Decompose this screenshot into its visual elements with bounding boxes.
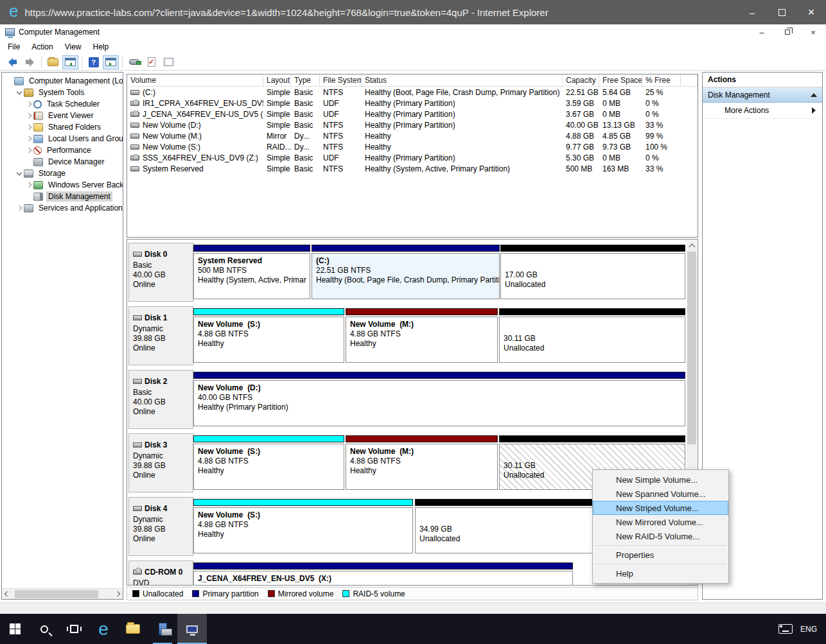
- partition-new-volume-s[interactable]: New Volume (S:)4.88 GB NTFSHealthy: [193, 308, 344, 363]
- touch-keyboard-icon[interactable]: [778, 624, 793, 634]
- tree-item-shared-folders[interactable]: Shared Folders: [2, 121, 123, 133]
- taskbar-file-explorer-button[interactable]: [118, 614, 148, 644]
- column-header-free-space[interactable]: Free Space: [599, 74, 642, 86]
- back-button[interactable]: [4, 55, 21, 69]
- chevron-right-icon[interactable]: [24, 180, 33, 189]
- show-action-pane-button[interactable]: [103, 55, 119, 69]
- properties-list-button[interactable]: [161, 55, 177, 69]
- column-header-free[interactable]: % Free: [642, 74, 681, 86]
- show-console-tree-button[interactable]: [62, 55, 78, 69]
- disk-label-disk-1[interactable]: Disk 1Dynamic39.88 GBOnline: [128, 306, 193, 365]
- help-button[interactable]: ?: [85, 55, 101, 69]
- column-header-type[interactable]: Type: [291, 74, 320, 86]
- tree-item-windows-server-backup[interactable]: Windows Server Backup: [2, 179, 123, 191]
- tree-item-event-viewer[interactable]: Event Viewer: [2, 110, 123, 121]
- language-indicator[interactable]: ENG: [800, 625, 817, 634]
- menu-action[interactable]: Action: [26, 41, 58, 53]
- column-header-volume[interactable]: Volume: [127, 74, 263, 86]
- app-restore-button[interactable]: [775, 24, 800, 40]
- partition-body: New Volume (S:)4.88 GB NTFSHealthy: [193, 444, 344, 490]
- context-menu-item-new-striped-volume[interactable]: New Striped Volume...: [593, 501, 728, 515]
- volume-row-system-reserved[interactable]: System ReservedSimpleBasicNTFSHealthy (S…: [127, 163, 698, 174]
- chevron-right-icon[interactable]: [24, 111, 33, 120]
- tree-item-task-scheduler[interactable]: Task Scheduler: [2, 98, 123, 110]
- tree-horizontal-scrollbar[interactable]: [2, 588, 123, 599]
- column-header-capacity[interactable]: Capacity: [563, 74, 599, 86]
- task-view-button[interactable]: [59, 614, 89, 644]
- tree-item-performance[interactable]: Performance: [2, 144, 123, 156]
- volume-row-sss-x64frev-en-us-dv9-z[interactable]: SSS_X64FREV_EN-US_DV9 (Z:)SimpleBasicUDF…: [127, 152, 698, 163]
- volume-row-j-cena-x64frev-en-us-dv5-x[interactable]: J_CENA_X64FREV_EN-US_DV5 (X:)SimpleBasic…: [127, 109, 698, 119]
- tree-item-disk-management[interactable]: Disk Management: [2, 191, 123, 202]
- tree-item-services-and-applications[interactable]: Services and Applications: [2, 202, 123, 214]
- partition-new-volume-s[interactable]: New Volume (S:)4.88 GB NTFSHealthy: [193, 435, 344, 490]
- taskbar-search-button[interactable]: [30, 614, 59, 644]
- partition-system-reserved[interactable]: System Reserved500 MB NTFSHealthy (Syste…: [193, 245, 310, 299]
- check-disk-button[interactable]: ✓: [143, 55, 159, 69]
- scrollbar-thumb[interactable]: [15, 590, 98, 598]
- partition-new-volume-m[interactable]: New Volume (M:)4.88 GB NTFSHealthy: [346, 308, 498, 363]
- scroll-right-arrow-icon[interactable]: [112, 589, 123, 599]
- scrollbar-thumb[interactable]: [687, 252, 696, 444]
- volume-row-new-volume-s[interactable]: New Volume (S:)RAID...Dy...NTFSHealthy9.…: [127, 141, 698, 152]
- tree-item-storage[interactable]: Storage: [2, 168, 123, 179]
- column-header-layout[interactable]: Layout: [263, 74, 291, 86]
- chevron-right-icon[interactable]: [24, 100, 33, 109]
- column-header-status[interactable]: Status: [362, 74, 563, 86]
- taskbar-server-manager-button[interactable]: [148, 614, 177, 644]
- app-close-button[interactable]: ×: [800, 24, 826, 40]
- context-menu-item-new-raid-5-volume[interactable]: New RAID-5 Volume...: [593, 529, 728, 543]
- partition-new-volume-s[interactable]: New Volume (S:)4.88 GB NTFSHealthy: [193, 499, 413, 553]
- context-menu-item-new-mirrored-volume[interactable]: New Mirrored Volume...: [593, 515, 728, 529]
- partition-j-cena-x64frev-en-us-dv5-x[interactable]: J_CENA_X64FREV_EN-US_DV5 (X:): [193, 562, 573, 586]
- context-menu-item-new-spanned-volume[interactable]: New Spanned Volume...: [593, 487, 728, 501]
- tree-item-system-tools[interactable]: System Tools: [2, 87, 123, 98]
- browser-minimize-button[interactable]: –: [737, 0, 767, 24]
- taskbar-internet-explorer-button[interactable]: e: [89, 614, 118, 644]
- partition-unallocated[interactable]: 17.00 GBUnallocated: [500, 245, 685, 299]
- start-button[interactable]: [0, 614, 30, 644]
- menu-view[interactable]: View: [59, 41, 87, 53]
- forward-button[interactable]: [22, 55, 38, 69]
- menu-help[interactable]: Help: [87, 41, 115, 53]
- disk-label-disk-4[interactable]: Disk 4Dynamic39.88 GBOnline: [128, 497, 193, 556]
- tree-item-local-users-and-groups[interactable]: Local Users and Groups: [2, 133, 123, 144]
- browser-maximize-button[interactable]: [767, 0, 796, 24]
- disk-label-disk-3[interactable]: Disk 3Dynamic39.88 GBOnline: [128, 433, 193, 492]
- chevron-right-icon[interactable]: [24, 146, 33, 155]
- disk-size: 39.88 GB: [133, 461, 193, 471]
- tree-item-device-manager[interactable]: Device Manager: [2, 156, 123, 168]
- partition-unallocated[interactable]: 30.11 GBUnallocated: [499, 308, 685, 363]
- browser-close-button[interactable]: ×: [796, 0, 826, 24]
- disk-label-disk-0[interactable]: Disk 0Basic40.00 GBOnline: [128, 243, 193, 302]
- partition-c[interactable]: (C:)22.51 GB NTFSHealthy (Boot, Page Fil…: [312, 245, 500, 299]
- status-cell: Healthy (Primary Partition): [362, 152, 563, 163]
- chevron-right-icon[interactable]: [24, 134, 33, 143]
- refresh-disk-button[interactable]: [126, 55, 142, 69]
- chevron-right-icon[interactable]: [14, 204, 24, 213]
- volume-row-new-volume-m[interactable]: New Volume (M:)MirrorDy...NTFSHealthy4.8…: [127, 130, 698, 141]
- chevron-down-icon[interactable]: [14, 169, 24, 178]
- volume-row-c[interactable]: (C:)SimpleBasicNTFSHealthy (Boot, Page F…: [127, 87, 698, 98]
- disk-label-disk-2[interactable]: Disk 2Basic40.00 GBOnline: [128, 370, 193, 429]
- actions-group-disk-management[interactable]: Disk Management: [703, 88, 822, 103]
- app-minimize-button[interactable]: –: [749, 24, 775, 40]
- tree-item-computer-management-local[interactable]: Computer Management (Local: [2, 75, 123, 87]
- context-menu-item-help[interactable]: Help: [593, 566, 728, 580]
- partition-new-volume-m[interactable]: New Volume (M:)4.88 GB NTFSHealthy: [346, 435, 498, 490]
- column-header-file-system[interactable]: File System: [320, 74, 362, 86]
- partition-new-volume-d[interactable]: New Volume (D:)40.00 GB NTFSHealthy (Pri…: [193, 372, 685, 426]
- scroll-up-arrow-icon[interactable]: [687, 240, 697, 251]
- taskbar-computer-management-button[interactable]: [177, 614, 207, 644]
- volume-row-new-volume-d[interactable]: New Volume (D:)SimpleBasicNTFSHealthy (P…: [127, 119, 698, 130]
- context-menu-item-new-simple-volume[interactable]: New Simple Volume...: [593, 473, 728, 487]
- context-menu-item-properties[interactable]: Properties: [593, 548, 728, 562]
- disk-label-cd-rom-0[interactable]: CD-ROM 0DVD3.67 GB: [128, 561, 193, 586]
- chevron-down-icon[interactable]: [14, 88, 24, 97]
- more-actions-item[interactable]: More Actions: [703, 103, 822, 119]
- menu-file[interactable]: File: [0, 41, 26, 53]
- scroll-left-arrow-icon[interactable]: [2, 589, 12, 599]
- volume-row-ir1-cpra-x64frev-en-us-dv5-y[interactable]: IR1_CPRA_X64FREV_EN-US_DV5 (Y:)SimpleBas…: [127, 98, 698, 109]
- chevron-right-icon[interactable]: [24, 123, 33, 132]
- export-list-button[interactable]: [45, 55, 61, 69]
